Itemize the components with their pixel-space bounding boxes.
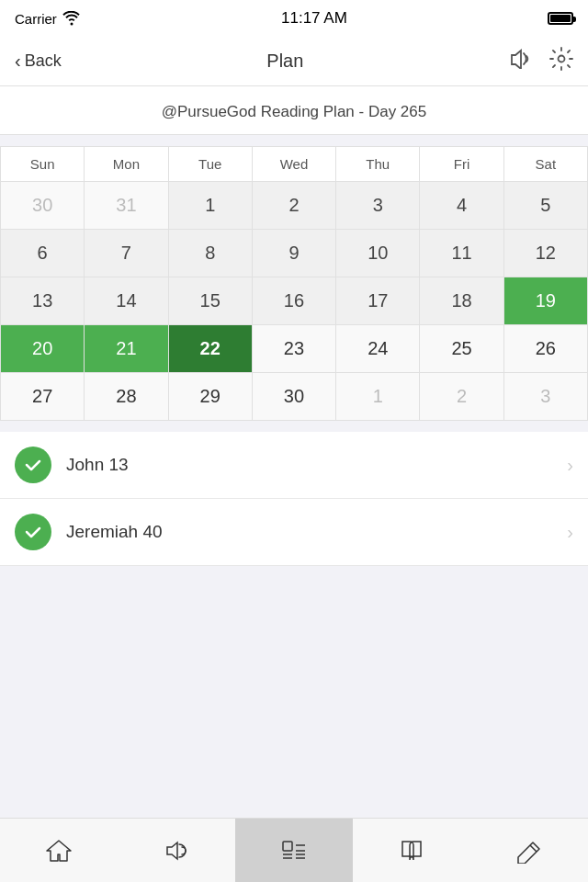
cal-cell[interactable]: 25 [420, 325, 503, 373]
chevron-right-icon: › [567, 455, 573, 476]
cal-cell[interactable]: 30 [253, 373, 336, 421]
cal-cell[interactable]: 2 [253, 182, 336, 230]
edit-tab-icon [514, 838, 544, 864]
cal-cell-20[interactable]: 20 [1, 325, 85, 373]
cal-cell[interactable]: 12 [504, 230, 588, 277]
chevron-right-icon: › [567, 522, 573, 543]
plan-tab-icon [279, 838, 309, 864]
reading-label-john: John 13 [66, 455, 567, 475]
battery-icon [548, 12, 573, 25]
cal-header-thu: Thu [336, 147, 420, 182]
cal-cell[interactable]: 17 [336, 277, 420, 325]
carrier-label: Carrier [15, 11, 57, 27]
tab-sound[interactable] [118, 819, 235, 882]
cal-header-sun: Sun [1, 147, 85, 182]
svg-line-8 [530, 845, 537, 852]
cal-cell[interactable]: 28 [85, 373, 168, 421]
cal-header-sat: Sat [504, 147, 588, 182]
cal-cell[interactable]: 9 [253, 230, 336, 277]
book-tab-icon [397, 838, 426, 864]
cal-cell[interactable]: 16 [253, 277, 336, 325]
settings-icon[interactable] [549, 47, 573, 76]
cal-cell[interactable]: 4 [420, 182, 503, 230]
cal-cell[interactable]: 10 [336, 230, 420, 277]
status-time: 11:17 AM [281, 9, 347, 28]
cal-cell[interactable]: 3 [336, 182, 420, 230]
cal-cell[interactable]: 7 [85, 230, 168, 277]
reading-item-jeremiah[interactable]: Jeremiah 40 › [0, 499, 588, 566]
cal-cell[interactable]: 31 [85, 182, 168, 230]
nav-title: Plan [266, 51, 303, 72]
cal-cell[interactable]: 11 [420, 230, 503, 277]
cal-cell[interactable]: 6 [1, 230, 85, 277]
cal-cell[interactable]: 14 [85, 277, 168, 325]
cal-cell[interactable]: 13 [1, 277, 85, 325]
cal-cell-22-today[interactable]: 22 [169, 325, 253, 373]
cal-cell[interactable]: 5 [504, 182, 588, 230]
cal-cell[interactable]: 26 [504, 325, 588, 373]
status-bar: Carrier 11:17 AM [0, 0, 588, 37]
check-icon-jeremiah [15, 514, 51, 550]
cal-cell-19[interactable]: 19 [504, 277, 588, 325]
plan-title: @PursueGod Reading Plan - Day 265 [0, 86, 588, 135]
reading-item-john[interactable]: John 13 › [0, 432, 588, 499]
tab-home[interactable] [0, 819, 118, 882]
svg-point-0 [558, 55, 564, 62]
cal-cell[interactable]: 8 [169, 230, 253, 277]
cal-cell[interactable]: 15 [169, 277, 253, 325]
cal-cell[interactable]: 24 [336, 325, 420, 373]
nav-right [509, 47, 573, 76]
cal-cell[interactable]: 1 [336, 373, 420, 421]
cal-cell[interactable]: 2 [420, 373, 503, 421]
back-label: Back [25, 51, 62, 71]
tab-plan[interactable] [235, 819, 353, 882]
back-button[interactable]: ‹ Back [15, 51, 62, 72]
tab-book[interactable] [353, 819, 470, 882]
cal-cell[interactable]: 30 [1, 182, 85, 230]
reading-list: John 13 › Jeremiah 40 › [0, 432, 588, 566]
calendar-grid: Sun Mon Tue Wed Thu Fri Sat 30 31 1 2 3 … [0, 146, 588, 421]
sound-icon[interactable] [509, 49, 533, 74]
cal-header-mon: Mon [85, 147, 168, 182]
cal-header-fri: Fri [420, 147, 503, 182]
cal-cell[interactable]: 27 [1, 373, 85, 421]
home-icon [44, 838, 74, 864]
status-battery [548, 12, 573, 25]
tab-edit[interactable] [470, 819, 588, 882]
status-left: Carrier [15, 11, 81, 27]
cal-cell-21[interactable]: 21 [85, 325, 168, 373]
sound-tab-icon [162, 838, 191, 864]
cal-cell[interactable]: 29 [169, 373, 253, 421]
cal-cell[interactable]: 23 [253, 325, 336, 373]
cal-cell[interactable]: 1 [169, 182, 253, 230]
check-icon-john [15, 447, 51, 483]
tab-bar [0, 818, 588, 882]
back-chevron-icon: ‹ [15, 51, 21, 72]
cal-header-tue: Tue [169, 147, 253, 182]
reading-label-jeremiah: Jeremiah 40 [66, 522, 567, 542]
nav-bar: ‹ Back Plan [0, 37, 588, 86]
cal-header-wed: Wed [253, 147, 336, 182]
calendar: Sun Mon Tue Wed Thu Fri Sat 30 31 1 2 3 … [0, 146, 588, 421]
svg-rect-1 [283, 842, 292, 851]
cal-cell[interactable]: 3 [504, 373, 588, 421]
cal-cell[interactable]: 18 [420, 277, 503, 325]
wifi-icon [62, 11, 81, 26]
